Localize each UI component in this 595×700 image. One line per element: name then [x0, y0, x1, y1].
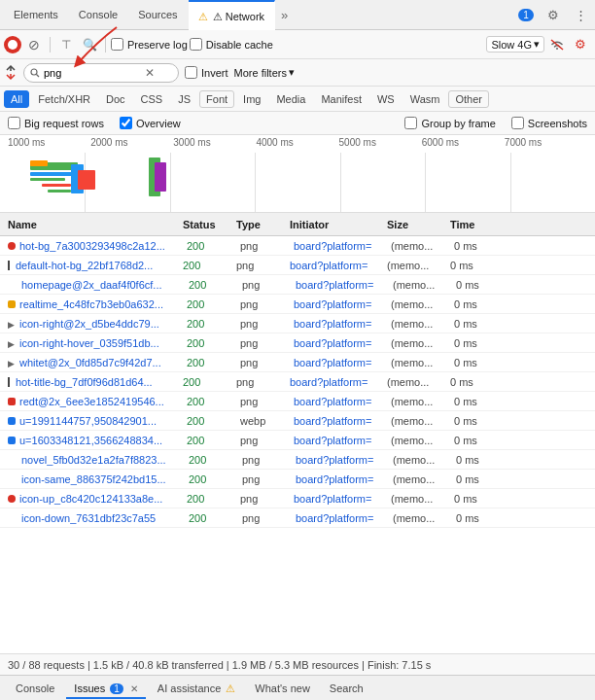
row-name[interactable]: whitet@2x_0fd85d7c9f42d7...: [19, 357, 187, 368]
row-name[interactable]: u=1991144757,950842901...: [19, 415, 187, 427]
bottom-tab-search[interactable]: Search: [322, 678, 371, 699]
filter-tab-js[interactable]: JS: [171, 90, 197, 108]
table-row[interactable]: hot-bg_7a3003293498c2a12... 200 png boar…: [0, 236, 595, 256]
tab-sources[interactable]: Sources: [128, 0, 188, 30]
search-button[interactable]: 🔍: [79, 34, 100, 55]
group-by-frame-toggle[interactable]: Group by frame: [404, 117, 495, 129]
row-name[interactable]: novel_5fb0d32e1a2fa7f8823...: [21, 454, 189, 466]
column-header-type[interactable]: Type: [236, 219, 290, 230]
filter-tab-fetch-xhr[interactable]: Fetch/XHR: [31, 90, 97, 108]
screenshots-checkbox[interactable]: [511, 117, 524, 129]
table-row[interactable]: redt@2x_6ee3e1852419546... 200 png board…: [0, 392, 595, 411]
row-name[interactable]: u=1603348121,3566248834...: [19, 435, 187, 446]
row-initiator[interactable]: board?platform=: [294, 318, 391, 330]
throttle-dropdown[interactable]: Slow 4G ▾: [486, 36, 544, 52]
table-row[interactable]: icon-down_7631dbf23c7a55 200 png board?p…: [0, 508, 595, 528]
row-initiator[interactable]: board?platform=: [294, 357, 391, 368]
filter-tab-img[interactable]: Img: [236, 90, 267, 108]
row-name[interactable]: default-hot-bg_22bf1768d2...: [16, 260, 183, 271]
table-row[interactable]: ▶ whitet@2x_0fd85d7c9f42d7... 200 png bo…: [0, 353, 595, 372]
preserve-log-toggle[interactable]: Preserve log: [111, 38, 188, 51]
screenshots-toggle[interactable]: Screenshots: [511, 117, 587, 129]
row-initiator[interactable]: board?platform=: [294, 396, 391, 407]
column-header-size[interactable]: Size: [387, 219, 450, 230]
row-initiator[interactable]: board?platform=: [290, 376, 387, 388]
row-name[interactable]: icon-right@2x_d5be4ddc79...: [19, 318, 187, 330]
bottom-tab-issues[interactable]: Issues 1 ✕: [66, 678, 145, 699]
table-row[interactable]: homepage@2x_daaf4f0f6cf... 200 png board…: [0, 275, 595, 295]
bottom-tab-ai[interactable]: AI assistance ⚠: [150, 678, 243, 699]
filter-tab-media[interactable]: Media: [269, 90, 312, 108]
record-button[interactable]: [4, 36, 21, 53]
row-initiator[interactable]: board?platform=: [294, 337, 391, 349]
row-initiator[interactable]: board?platform=: [294, 298, 391, 310]
clear-log-button[interactable]: ⊘: [23, 34, 45, 55]
settings-network-button[interactable]: ⚙: [570, 34, 591, 55]
filter-tab-ws[interactable]: WS: [370, 90, 402, 108]
filter-tab-wasm[interactable]: Wasm: [403, 90, 447, 108]
table-row[interactable]: ▶ icon-right@2x_d5be4ddc79... 200 png bo…: [0, 314, 595, 333]
table-row[interactable]: icon-same_886375f242bd15... 200 png boar…: [0, 470, 595, 489]
row-name[interactable]: icon-same_886375f242bd15...: [21, 473, 189, 485]
filter-tab-doc[interactable]: Doc: [99, 90, 132, 108]
overview-checkbox[interactable]: [120, 117, 132, 129]
close-issues-button[interactable]: ✕: [130, 683, 138, 694]
table-row[interactable]: novel_5fb0d32e1a2fa7f8823... 200 png boa…: [0, 450, 595, 470]
more-filters-button[interactable]: More filters ▾: [234, 66, 295, 79]
big-request-rows-toggle[interactable]: Big request rows: [8, 117, 104, 129]
table-row[interactable]: u=1991144757,950842901... 200 webp board…: [0, 411, 595, 431]
row-name[interactable]: icon-right-hover_0359f51db...: [19, 337, 187, 349]
table-row[interactable]: default-hot-bg_22bf1768d2... 200 png boa…: [0, 256, 595, 275]
row-name[interactable]: homepage@2x_daaf4f0f6cf...: [21, 279, 189, 291]
more-options-button[interactable]: ⋮: [570, 4, 591, 25]
row-initiator[interactable]: board?platform=: [294, 435, 391, 446]
table-row[interactable]: realtime_4c48fc7b3eb0a632... 200 png boa…: [0, 295, 595, 314]
row-name[interactable]: realtime_4c48fc7b3eb0a632...: [19, 298, 187, 310]
invert-toggle[interactable]: Invert: [185, 66, 228, 79]
table-row[interactable]: hot-title-bg_7df0f96d81d64... 200 png bo…: [0, 372, 595, 392]
filter-tab-manifest[interactable]: Manifest: [314, 90, 368, 108]
clear-search-button[interactable]: ✕: [145, 66, 155, 80]
disable-cache-toggle[interactable]: Disable cache: [190, 38, 273, 51]
row-name[interactable]: hot-title-bg_7df0f96d81d64...: [16, 376, 183, 388]
row-initiator[interactable]: board?platform=: [294, 240, 391, 252]
row-name[interactable]: redt@2x_6ee3e1852419546...: [19, 396, 187, 407]
column-header-time[interactable]: Time: [450, 219, 504, 230]
tab-console[interactable]: Console: [69, 0, 128, 30]
filter-tab-other[interactable]: Other: [448, 90, 489, 108]
overview-toggle[interactable]: Overview: [120, 117, 181, 129]
notification-badge[interactable]: 1: [515, 4, 537, 25]
bottom-tab-whats-new[interactable]: What's new: [247, 678, 318, 699]
table-row[interactable]: u=1603348121,3566248834... 200 png board…: [0, 431, 595, 450]
filter-tab-css[interactable]: CSS: [134, 90, 170, 108]
column-header-initiator[interactable]: Initiator: [290, 219, 387, 230]
row-initiator[interactable]: board?platform=: [296, 454, 393, 466]
row-initiator[interactable]: board?platform=: [296, 279, 393, 291]
tab-network[interactable]: ⚠ ⚠ Network: [189, 0, 275, 30]
filter-button[interactable]: ⊤: [55, 34, 77, 55]
disable-cache-checkbox[interactable]: [190, 38, 202, 51]
filter-tab-font[interactable]: Font: [199, 90, 234, 108]
table-row[interactable]: icon-up_c8c420c124133a8e... 200 png boar…: [0, 489, 595, 508]
invert-checkbox[interactable]: [185, 66, 197, 79]
settings-button[interactable]: ⚙: [542, 4, 564, 25]
column-header-status[interactable]: Status: [183, 219, 236, 230]
bottom-tab-console[interactable]: Console: [8, 678, 62, 699]
table-row[interactable]: ▶ icon-right-hover_0359f51db... 200 png …: [0, 333, 595, 353]
row-initiator[interactable]: board?platform=: [294, 415, 391, 427]
row-name[interactable]: icon-down_7631dbf23c7a55: [21, 512, 189, 524]
filter-tab-all[interactable]: All: [4, 90, 29, 108]
filter-input[interactable]: [44, 67, 141, 79]
row-initiator[interactable]: board?platform=: [296, 512, 393, 524]
tab-elements[interactable]: Elements: [4, 0, 69, 30]
row-initiator[interactable]: board?platform=: [294, 493, 391, 505]
row-initiator[interactable]: board?platform=: [296, 473, 393, 485]
group-by-frame-checkbox[interactable]: [404, 117, 417, 129]
row-name[interactable]: hot-bg_7a3003293498c2a12...: [19, 240, 187, 252]
row-name[interactable]: icon-up_c8c420c124133a8e...: [19, 493, 187, 505]
column-header-name[interactable]: Name: [8, 219, 183, 230]
more-tabs-button[interactable]: »: [275, 8, 294, 22]
wifi-icon[interactable]: [546, 34, 568, 55]
search-box[interactable]: ✕: [23, 63, 179, 83]
big-request-rows-checkbox[interactable]: [8, 117, 20, 129]
